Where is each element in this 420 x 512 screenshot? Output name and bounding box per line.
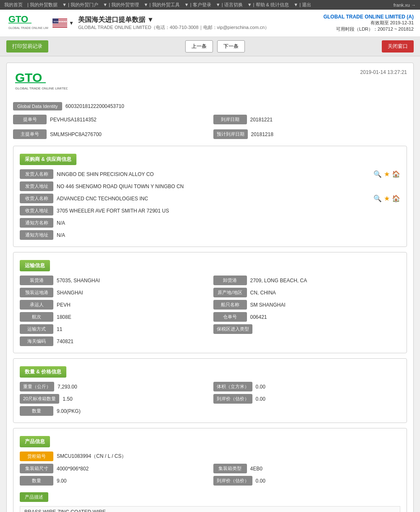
product-desc-label-btn: 产品描述	[20, 492, 48, 502]
consignee-addr-value: 3705 WHEELER AVE FORT SMITH AR 72901 US	[57, 208, 400, 214]
svg-rect-10	[52, 25, 67, 26]
page-title: 美国海关进口提单数据 ▼	[78, 16, 270, 24]
doc-datetime: 2019-01-14 13:27:21	[360, 69, 407, 75]
pre-route-label: 预装运地港	[20, 288, 53, 297]
teu-value: 1.50	[63, 396, 207, 402]
notify-addr-value: N/A	[57, 232, 400, 238]
validity-info: 有效期至 2019-12-31	[323, 20, 414, 26]
close-button[interactable]: 关闭窗口	[382, 40, 414, 53]
flag-dropdown[interactable]: ▼	[69, 20, 74, 26]
consignee-search-icon[interactable]: 🔍	[373, 194, 382, 202]
arr-date-value: 20181221	[250, 117, 407, 123]
consignee-name-row: 收货人名称 ADVANCED CNC TECHNOLOGIES INC 🔍 ★ …	[20, 194, 400, 203]
product-section: 产品信息 货柜箱号 SMCU1083994（CN / L / CS） 集装箱尺寸…	[13, 428, 407, 512]
bonded-row: 保税区进入类型	[213, 324, 401, 334]
shipper-home-icon[interactable]: 🏠	[392, 170, 400, 178]
consignee-name-value: ADVANCED CNC TECHNOLOGIES INC	[57, 196, 369, 202]
voyage-value: 1808E	[57, 314, 207, 320]
container-type-row: 集装箱类型 4EB0	[213, 464, 401, 473]
prev-button[interactable]: 上一条	[185, 40, 213, 53]
container-no-value: SMCU1083994（CN / L / CS）	[57, 453, 400, 460]
next-button[interactable]: 下一条	[217, 40, 245, 53]
consignee-addr-label: 收货人地址	[20, 206, 53, 215]
header-company-info: GLOBAL TRADE ONLINE LIMITED (A) 有效期至 201…	[323, 14, 414, 32]
nav-customer[interactable]: 客户登录	[193, 2, 211, 7]
transport-mode-value: 11	[57, 326, 207, 332]
prod-quantity-value: 9.00	[57, 478, 207, 484]
container-size-value: 4000*906*802	[57, 466, 207, 472]
top-toolbar: 打印贸易记录 上一条 下一条 关闭窗口	[0, 37, 420, 56]
plan-arr-label: 预计到岸日期	[213, 129, 248, 139]
nav-trade-data[interactable]: 我的外贸数据	[30, 2, 58, 7]
pre-route-row: 预装运地港 SHANGHAI	[20, 288, 207, 297]
shipper-addr-label: 发货人地址	[20, 181, 53, 191]
nav-language[interactable]: 语言切换	[224, 2, 243, 7]
arr-date-row: 到岸日期 20181221	[213, 115, 407, 124]
nav-logout[interactable]: 退出	[302, 2, 311, 7]
weight-value: 7,293.00	[58, 384, 207, 390]
consignee-home-icon[interactable]: 🏠	[392, 194, 400, 202]
master-bill-value: SMLMSHPC8A276700	[50, 131, 207, 137]
svg-text:★★★★★★★★★: ★★★★★★★★★	[53, 20, 67, 23]
vessel-row: 船只名称 SM SHANGHAI	[213, 300, 401, 310]
notify-name-label: 通知方名称	[20, 218, 53, 228]
transport-mode-row: 运输方式 11	[20, 324, 207, 334]
plan-arr-row: 预计到岸日期 20181218	[213, 129, 407, 139]
customs-row: 海关编码 740821	[20, 336, 400, 346]
page-title-area: 美国海关进口提单数据 ▼ GLOBAL TRADE ONLINE LIMITED…	[78, 16, 270, 31]
load-port-row: 装货港 57035, SHANGHAI	[20, 276, 207, 285]
shipper-star-icon[interactable]: ★	[384, 170, 390, 178]
master-bill-row: 主提单号 SMLMSHPC8A276700	[13, 129, 207, 139]
bonded-label: 保税区进入类型	[213, 324, 252, 334]
origin-row: 原产地/地区 CN, CHINA	[213, 288, 401, 297]
arrival-price-label: 到岸价（估价）	[213, 394, 252, 404]
qp-quantity-label: 数量	[20, 406, 53, 416]
notify-addr-label: 通知方地址	[20, 230, 53, 240]
container-no-label: 货柜箱号	[20, 452, 53, 461]
voyage-row: 航次 1808E	[20, 312, 207, 322]
top-navigation: 我的首页 | 我的外贸数据 ▼ | 我的外贸门户 ▼ | 我的外贸管理 ▼ | …	[0, 0, 420, 10]
container-no-row: 货柜箱号 SMCU1083994（CN / L / CS）	[20, 452, 400, 461]
shipper-search-icon[interactable]: 🔍	[373, 170, 382, 178]
voyage-label: 航次	[20, 312, 53, 322]
dest-port-row: 卸货港 2709, LONG BEACH, CA	[213, 276, 401, 285]
prod-arrival-price-value: 0.00	[256, 478, 401, 484]
svg-text:GLOBAL TRADE ONLINE LIMITED: GLOBAL TRADE ONLINE LIMITED	[15, 87, 68, 90]
nav-manage[interactable]: 我的外贸管理	[111, 2, 139, 7]
doc-logo: G T O GLOBAL TRADE ONLINE LIMITED	[13, 69, 68, 96]
global-data-row: Global Data Identity 6003201812220004537…	[13, 102, 407, 110]
consignee-star-icon[interactable]: ★	[384, 194, 390, 202]
container-type-label: 集装箱类型	[213, 464, 247, 473]
quantity-price-section: 数量 & 价格信息 重量（公斤） 7,293.00 体积（立方米） 0.00 2…	[13, 358, 407, 423]
warehouse-label: 仓单号	[213, 312, 247, 322]
carrier-label: 承运人	[20, 300, 53, 310]
nav-help[interactable]: 帮助 & 统计信息	[256, 2, 289, 7]
quantity-price-grid: 重量（公斤） 7,293.00 体积（立方米） 0.00 20尺标准箱数量 1.…	[20, 382, 400, 406]
weight-row: 重量（公斤） 7,293.00	[20, 382, 207, 391]
arrival-price-value: 0.00	[256, 396, 401, 402]
container-size-row: 集装箱尺寸 4000*906*802	[20, 464, 207, 473]
print-button[interactable]: 打印贸易记录	[6, 40, 48, 53]
master-plan-row: 主提单号 SMLMSHPC8A276700 预计到岸日期 20181218	[13, 129, 407, 142]
nav-links[interactable]: 我的首页 | 我的外贸数据 ▼ | 我的外贸门户 ▼ | 我的外贸管理 ▼ | …	[4, 2, 315, 8]
transport-grid: 装货港 57035, SHANGHAI 卸货港 2709, LONG BEACH…	[20, 276, 400, 336]
transport-mode-label: 运输方式	[20, 324, 53, 334]
nav-tools[interactable]: 我的外贸工具	[152, 2, 180, 7]
nav-portal[interactable]: 我的外贸门户	[71, 2, 98, 7]
nav-home[interactable]: 我的首页	[4, 2, 23, 7]
bill-no-value: PEVHUSA18114352	[50, 117, 207, 123]
prod-quantity-label: 数量	[20, 476, 53, 486]
shipper-addr-value: NO 446 SHENGMO ROAD QIUAI TOWN Y NINGBO …	[57, 184, 400, 189]
pre-route-value: SHANGHAI	[57, 290, 207, 296]
transport-section: 运输信息 装货港 57035, SHANGHAI 卸货港 2709, LONG …	[13, 252, 407, 353]
product-desc-section: 产品描述 BRASS WIRE ZINC COATED WIRE 唛头 BRAS…	[20, 490, 400, 512]
document-header: G T O GLOBAL TRADE ONLINE LIMITED 2019-0…	[13, 69, 407, 96]
shipper-name-label: 发货人名称	[20, 169, 53, 179]
prod-arrival-price-row: 到岸价（估价） 0.00	[213, 476, 401, 486]
main-content: G T O GLOBAL TRADE ONLINE LIMITED 2019-0…	[0, 56, 420, 512]
quantity-price-header: 数量 & 价格信息	[20, 366, 66, 378]
user-info: frank.xu →	[394, 3, 416, 8]
origin-label: 原产地/地区	[213, 288, 247, 297]
global-data-label: Global Data Identity	[13, 102, 62, 110]
buyer-supplier-section: 采购商 & 供应商信息 发货人名称 NINGBO DE SHIN PRECISI…	[13, 146, 407, 247]
